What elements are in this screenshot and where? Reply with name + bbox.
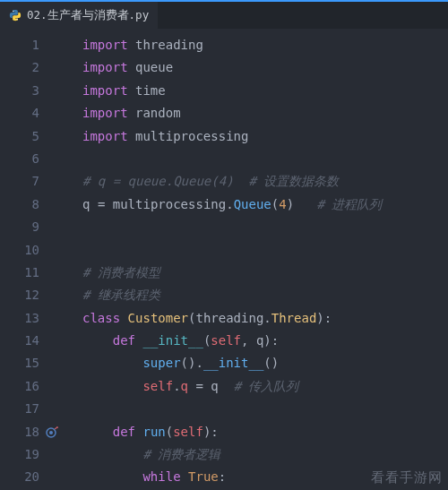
code-line[interactable] — [82, 239, 382, 262]
code-line[interactable]: # 继承线程类 — [82, 284, 382, 306]
line-number: 14 — [0, 330, 39, 352]
token-fn: Queue — [234, 197, 271, 211]
line-number: 7 — [0, 170, 39, 193]
token-op: . — [226, 197, 233, 211]
code-area[interactable]: import threadingimport queueimport timei… — [47, 29, 382, 490]
token-kw: import — [82, 38, 128, 52]
active-tab[interactable]: 02.生产者与消费者.py — [0, 2, 158, 29]
line-number: 4 — [0, 102, 39, 125]
token-op: . — [195, 356, 202, 370]
token-op: = — [195, 379, 202, 393]
token-ident: multiprocessing — [113, 197, 226, 211]
token-ident: queue — [135, 60, 173, 74]
token-op: ): — [203, 425, 219, 439]
token-cls: Thread — [271, 311, 317, 325]
token-op: ) — [287, 197, 294, 211]
token-ident: q — [211, 379, 218, 393]
token-kw: import — [82, 106, 128, 120]
line-number: 19 — [0, 443, 39, 466]
token-kw: import — [82, 129, 128, 143]
line-number: 10 — [0, 239, 39, 262]
svg-point-1 — [17, 19, 18, 20]
token-op: : — [219, 469, 226, 484]
code-line[interactable]: import random — [82, 102, 382, 125]
line-number: 5 — [0, 125, 39, 148]
token-ident: random — [135, 106, 181, 120]
line-number: 20 — [0, 466, 39, 488]
token-op: ): — [263, 333, 279, 348]
token-kw: import — [82, 83, 128, 98]
code-line[interactable]: q = multiprocessing.Queue(4) # 进程队列 — [82, 193, 382, 216]
code-line[interactable]: # 消费者模型 — [82, 262, 382, 284]
code-line[interactable] — [82, 216, 382, 238]
token-ident: q — [82, 197, 90, 211]
code-line[interactable] — [82, 398, 382, 420]
token-self: self — [142, 379, 173, 393]
line-number: 11 — [0, 262, 39, 284]
code-line[interactable]: def run(self): — [82, 421, 382, 443]
token-ident: multiprocessing — [135, 129, 248, 143]
token-fn: run — [142, 425, 165, 439]
line-number: 8 — [0, 193, 39, 216]
token-op: = — [98, 197, 105, 211]
token-op: ): — [316, 311, 332, 325]
code-line[interactable]: import threading — [82, 34, 382, 56]
code-line[interactable]: self.q = q # 传入队列 — [82, 375, 382, 398]
token-ident: time — [135, 83, 166, 98]
code-line[interactable]: class Customer(threading.Thread): — [82, 307, 382, 330]
editor[interactable]: 1234567891011121314151617181920 import t… — [0, 29, 448, 490]
svg-point-0 — [13, 11, 13, 12]
code-line[interactable]: def __init__(self, q): — [82, 330, 382, 352]
line-number: 6 — [0, 148, 39, 170]
token-bool: True — [188, 469, 219, 484]
token-op: . — [263, 311, 271, 325]
tab-bar: 02.生产者与消费者.py — [0, 0, 448, 29]
line-number: 3 — [0, 80, 39, 102]
python-icon — [9, 9, 22, 21]
line-number-gutter: 1234567891011121314151617181920 — [0, 29, 47, 490]
code-line[interactable]: super().__init__() — [82, 352, 382, 374]
line-number: 16 — [0, 375, 39, 398]
tab-title: 02.生产者与消费者.py — [27, 8, 149, 23]
token-dunder: __init__ — [142, 333, 202, 348]
token-num: 4 — [279, 197, 286, 211]
code-line[interactable]: # 消费者逻辑 — [82, 443, 382, 466]
token-ident: threading — [135, 38, 203, 52]
line-number: 9 — [0, 216, 39, 238]
token-fn: __init__ — [203, 356, 263, 370]
token-op: ( — [166, 425, 173, 439]
token-kw: while — [142, 469, 180, 484]
line-number: 13 — [0, 307, 39, 330]
token-op: . — [173, 379, 180, 393]
code-line[interactable] — [82, 148, 382, 170]
code-line[interactable]: import queue — [82, 56, 382, 79]
line-number: 18 — [0, 421, 39, 443]
token-op: () — [181, 356, 196, 370]
token-cls: Customer — [128, 311, 188, 325]
token-fn: super — [142, 356, 180, 370]
token-cmt: # 进程队列 — [316, 197, 382, 211]
code-line[interactable]: while True: — [82, 466, 382, 488]
token-kw: def — [113, 333, 135, 348]
token-self: self — [173, 425, 203, 439]
line-number: 17 — [0, 398, 39, 420]
token-op: ( — [271, 197, 279, 211]
token-self: self — [211, 333, 241, 348]
code-line[interactable]: import multiprocessing — [82, 125, 382, 148]
token-cmt: # 消费者逻辑 — [142, 447, 220, 461]
token-kw: def — [113, 425, 135, 439]
token-kw: class — [82, 311, 120, 325]
token-cmt: # 传入队列 — [234, 379, 299, 393]
line-number: 15 — [0, 352, 39, 374]
token-attr: q — [181, 379, 188, 393]
token-op: , — [241, 333, 256, 348]
token-cmt: # 消费者模型 — [82, 265, 160, 279]
line-number: 1 — [0, 34, 39, 56]
token-kw: import — [82, 60, 128, 74]
svg-point-3 — [49, 431, 53, 434]
token-op: () — [263, 356, 279, 370]
token-ident: threading — [195, 311, 263, 325]
code-line[interactable]: # q = queue.Queue(4) # 设置数据条数 — [82, 170, 382, 193]
code-line[interactable]: import time — [82, 80, 382, 102]
line-number: 12 — [0, 284, 39, 306]
